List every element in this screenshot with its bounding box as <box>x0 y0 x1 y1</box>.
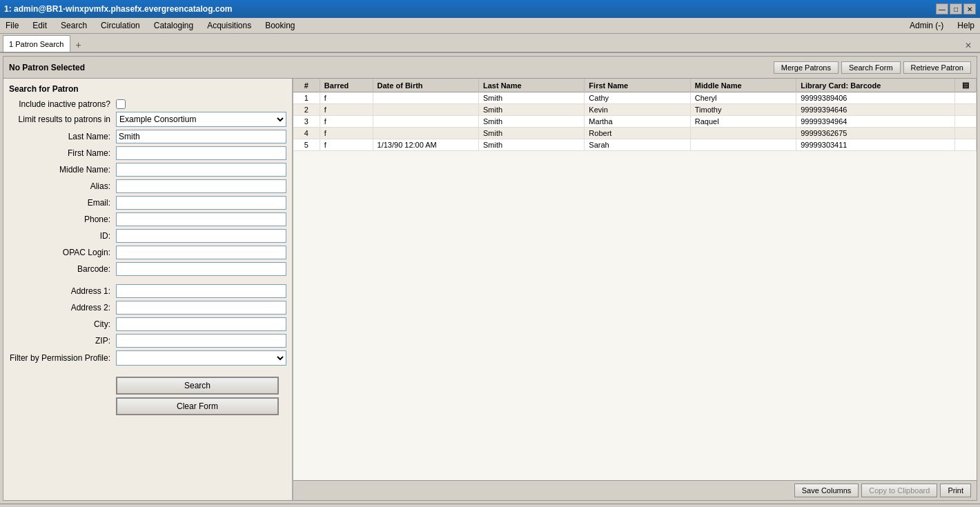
search-button[interactable]: Search <box>116 377 279 395</box>
col-header-barcode[interactable]: Library Card: Barcode <box>796 79 955 92</box>
menu-booking[interactable]: Booking <box>262 19 297 32</box>
cell-first-name: Martha <box>585 116 690 128</box>
id-input[interactable] <box>116 229 286 243</box>
email-input[interactable] <box>116 196 286 210</box>
cell-middle-name: Timothy <box>690 104 796 116</box>
filter-profile-select[interactable] <box>116 350 286 366</box>
cell-dob <box>373 92 478 104</box>
zip-label: ZIP: <box>9 336 116 346</box>
cell-barred: f <box>320 104 373 116</box>
new-tab-button[interactable]: + <box>72 38 86 52</box>
last-name-row: Last Name: <box>9 130 286 143</box>
form-buttons: Search Clear Form <box>9 377 286 415</box>
tab-patron-search[interactable]: 1 Patron Search <box>3 35 70 52</box>
col-header-barred[interactable]: Barred <box>320 79 373 92</box>
cell-num: 3 <box>293 116 320 128</box>
save-columns-button[interactable]: Save Columns <box>794 484 859 497</box>
print-button[interactable]: Print <box>940 484 971 497</box>
clear-form-button[interactable]: Clear Form <box>116 397 279 415</box>
cell-last-name: Smith <box>478 116 584 128</box>
menu-edit[interactable]: Edit <box>30 19 50 32</box>
cell-first-name: Cathy <box>585 92 690 104</box>
maximize-button[interactable]: □ <box>950 3 962 14</box>
email-row: Email: <box>9 196 286 210</box>
cell-expand <box>955 92 977 104</box>
main-area: No Patron Selected Merge Patrons Search … <box>3 56 977 501</box>
table-row[interactable]: 3 f Smith Martha Raquel 99999394964 <box>293 116 977 128</box>
results-panel: # Barred Date of Birth Last Name First N… <box>293 79 977 500</box>
limit-results-select[interactable]: Example Consortium <box>116 112 286 127</box>
table-row[interactable]: 4 f Smith Robert 99999362675 <box>293 128 977 139</box>
cell-expand <box>955 104 977 116</box>
cell-barred: f <box>320 92 373 104</box>
menu-admin[interactable]: Admin (-) <box>907 19 946 32</box>
col-header-num[interactable]: # <box>293 79 320 92</box>
first-name-input[interactable] <box>116 146 286 160</box>
menu-cataloging[interactable]: Cataloging <box>151 19 196 32</box>
retrieve-patron-button[interactable]: Retrieve Patron <box>903 61 971 74</box>
cell-middle-name <box>690 139 796 151</box>
col-header-first-name[interactable]: First Name <box>585 79 690 92</box>
results-footer: Save Columns Copy to Clipboard Print <box>293 480 977 500</box>
table-row[interactable]: 1 f Smith Cathy Cheryl 99999389406 <box>293 92 977 104</box>
menu-acquisitions[interactable]: Acquisitions <box>204 19 254 32</box>
title-bar-controls: — □ ✕ <box>936 3 976 14</box>
cell-first-name: Sarah <box>585 139 690 151</box>
city-label: City: <box>9 319 116 329</box>
phone-label: Phone: <box>9 215 116 224</box>
include-inactive-checkbox[interactable] <box>116 99 126 109</box>
tab-label: 1 Patron Search <box>9 40 64 48</box>
menu-circulation[interactable]: Circulation <box>98 19 143 32</box>
tab-close-x-button[interactable]: ✕ <box>959 39 977 52</box>
address1-input[interactable] <box>116 284 286 298</box>
address2-input[interactable] <box>116 301 286 315</box>
minimize-button[interactable]: — <box>936 3 948 14</box>
menu-search[interactable]: Search <box>58 19 90 32</box>
barcode-input[interactable] <box>116 262 286 276</box>
filter-profile-row: Filter by Permission Profile: <box>9 350 286 366</box>
search-panel: Search for Patron Include inactive patro… <box>3 79 293 500</box>
cell-last-name: Smith <box>478 139 584 151</box>
opac-login-label: OPAC Login: <box>9 248 116 257</box>
cell-dob <box>373 116 478 128</box>
table-header: # Barred Date of Birth Last Name First N… <box>293 79 977 92</box>
middle-name-input[interactable] <box>116 163 286 177</box>
id-label: ID: <box>9 231 116 241</box>
menu-right: Admin (-) Help <box>907 19 977 32</box>
cell-first-name: Robert <box>585 128 690 139</box>
merge-patrons-button[interactable]: Merge Patrons <box>774 61 839 74</box>
middle-name-label: Middle Name: <box>9 165 116 175</box>
close-window-button[interactable]: ✕ <box>963 3 976 14</box>
cell-dob: 1/13/90 12:00 AM <box>373 139 478 151</box>
zip-input[interactable] <box>116 334 286 348</box>
menu-help[interactable]: Help <box>954 19 977 32</box>
menu-file[interactable]: File <box>3 19 21 32</box>
col-header-last-name[interactable]: Last Name <box>478 79 584 92</box>
cell-barcode: 99999362675 <box>796 128 955 139</box>
col-header-expand[interactable]: ▤ <box>955 79 977 92</box>
opac-login-input[interactable] <box>116 246 286 259</box>
email-label: Email: <box>9 198 116 208</box>
title-bar: 1: admin@BR1-winxpvmfx.phasefx.evergreen… <box>0 0 980 18</box>
col-header-dob[interactable]: Date of Birth <box>373 79 478 92</box>
table-row[interactable]: 2 f Smith Kevin Timothy 99999394646 <box>293 104 977 116</box>
cell-barcode: 99999389406 <box>796 92 955 104</box>
last-name-input[interactable] <box>116 130 286 143</box>
table-row[interactable]: 5 f 1/13/90 12:00 AM Smith Sarah 9999930… <box>293 139 977 151</box>
first-name-row: First Name: <box>9 146 286 160</box>
phone-input[interactable] <box>116 212 286 226</box>
content-area: Search for Patron Include inactive patro… <box>3 79 977 500</box>
first-name-label: First Name: <box>9 148 116 158</box>
patron-header: No Patron Selected Merge Patrons Search … <box>3 57 977 79</box>
alias-input[interactable] <box>116 179 286 193</box>
search-form-button[interactable]: Search Form <box>841 61 901 74</box>
cell-barcode: 99999394646 <box>796 104 955 116</box>
cell-expand <box>955 116 977 128</box>
cell-expand <box>955 128 977 139</box>
copy-clipboard-button[interactable]: Copy to Clipboard <box>861 484 937 497</box>
city-input[interactable] <box>116 317 286 331</box>
address1-label: Address 1: <box>9 286 116 296</box>
middle-name-row: Middle Name: <box>9 163 286 177</box>
col-header-middle-name[interactable]: Middle Name <box>690 79 796 92</box>
results-table-area: # Barred Date of Birth Last Name First N… <box>293 79 977 480</box>
